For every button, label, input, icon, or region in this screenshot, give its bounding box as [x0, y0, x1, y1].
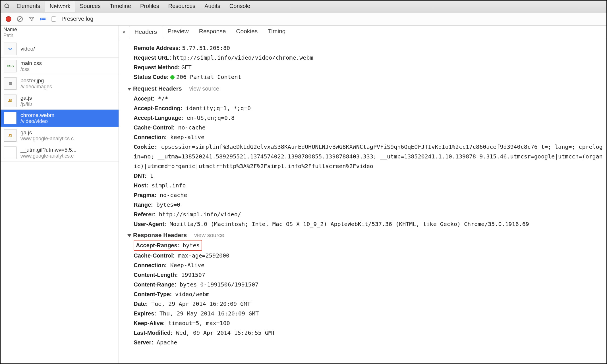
- panel-tab-console[interactable]: Console: [225, 1, 255, 12]
- status-dot-icon: [170, 75, 175, 80]
- request-row[interactable]: JSga.jswww.google-analytics.c: [1, 127, 119, 144]
- request-name: poster.jpg: [20, 78, 52, 84]
- record-icon[interactable]: [6, 16, 11, 22]
- request-name: chrome.webm: [20, 112, 54, 118]
- request-list: Name Path <>video/CSSmain.css/css▦poster…: [1, 26, 119, 363]
- view-source-link[interactable]: view source: [194, 230, 224, 240]
- file-type-icon: [4, 147, 16, 159]
- request-list-header: Name Path: [1, 26, 119, 40]
- col-path-label: Path: [3, 33, 116, 38]
- row-status-code: Status Code: 206 Partial Content: [134, 72, 604, 82]
- svg-line-3: [18, 17, 22, 21]
- header-row: Accept-Language: en-US,en;q=0.8: [134, 113, 604, 123]
- header-row: Content-Length: 1991507: [134, 270, 604, 280]
- section-request-headers[interactable]: Request Headers view source: [134, 83, 604, 94]
- file-type-icon: JS: [4, 129, 16, 142]
- request-name: __utm.gif?utmwv=5.5...: [20, 147, 76, 153]
- header-row: Content-Range: bytes 0-1991506/1991507: [134, 280, 604, 289]
- header-row: User-Agent: Mozilla/5.0 (Macintosh; Inte…: [134, 219, 604, 229]
- header-row: Cache-Control: max-age=2592000: [134, 251, 604, 260]
- header-row: Cache-Control: no-cache: [134, 123, 604, 132]
- request-row[interactable]: ▦poster.jpg/video/images: [1, 75, 119, 92]
- header-row: Keep-Alive: timeout=5, max=100: [134, 318, 604, 328]
- header-row: Connection: keep-alive: [134, 132, 604, 142]
- header-row: Content-Type: video/webm: [134, 289, 604, 299]
- detail-tab-headers[interactable]: Headers: [129, 26, 162, 38]
- header-row: Date: Tue, 29 Apr 2014 16:20:09 GMT: [134, 299, 604, 309]
- header-row: Accept: */*: [134, 94, 604, 103]
- file-type-icon: ▦: [4, 77, 16, 90]
- panel-tab-network[interactable]: Network: [45, 1, 75, 12]
- chevron-down-icon: [127, 88, 131, 91]
- detail-tab-response[interactable]: Response: [194, 26, 231, 38]
- row-request-url: Request URL: http://simpl.info/video/vid…: [134, 53, 604, 62]
- header-row: DNT: 1: [134, 171, 604, 181]
- request-name: ga.js: [20, 95, 32, 101]
- header-row: Server: Apache: [134, 338, 604, 347]
- request-path: /css: [20, 66, 42, 72]
- detail-pane: × HeadersPreviewResponseCookiesTiming Re…: [119, 26, 606, 363]
- request-name: video/: [20, 46, 35, 52]
- request-path: /video/video: [20, 118, 54, 124]
- detail-tab-preview[interactable]: Preview: [162, 26, 194, 38]
- request-name: main.css: [20, 60, 42, 66]
- file-type-icon: JS: [4, 95, 16, 107]
- content-area: Name Path <>video/CSSmain.css/css▦poster…: [1, 26, 606, 363]
- chevron-down-icon: [127, 234, 131, 237]
- header-row: Cookie: cpsession=simplinf%3aeDkLdG2elvx…: [134, 142, 604, 171]
- network-toolbar: ≔ Preserve log: [1, 12, 606, 26]
- header-row: Expires: Thu, 29 May 2014 16:20:09 GMT: [134, 309, 604, 318]
- header-row: Referer: http://simpl.info/video/: [134, 210, 604, 219]
- file-type-icon: <>: [4, 43, 16, 55]
- header-row: Accept-Encoding: identity;q=1, *;q=0: [134, 103, 604, 113]
- panel-tab-audits[interactable]: Audits: [200, 1, 225, 12]
- request-row[interactable]: chrome.webm/video/video: [1, 110, 119, 127]
- panel-tab-profiles[interactable]: Profiles: [136, 1, 164, 12]
- preserve-log-label: Preserve log: [61, 16, 93, 22]
- detail-tab-cookies[interactable]: Cookies: [231, 26, 263, 38]
- filter-icon[interactable]: [28, 16, 35, 22]
- file-type-icon: [4, 112, 16, 124]
- panels-tab-bar: ElementsNetworkSourcesTimelineProfilesRe…: [1, 1, 606, 12]
- panel-tab-resources[interactable]: Resources: [164, 1, 200, 12]
- header-row: Connection: Keep-Alive: [134, 260, 604, 270]
- header-row: Pragma: no-cache: [134, 190, 604, 200]
- header-row: Host: simpl.info: [134, 181, 604, 190]
- request-row[interactable]: <>video/: [1, 40, 119, 58]
- col-name-label: Name: [3, 27, 116, 33]
- svg-point-0: [5, 4, 9, 8]
- header-row: Range: bytes=0-: [134, 200, 604, 210]
- row-request-method: Request Method: GET: [134, 62, 604, 72]
- detail-tabs: × HeadersPreviewResponseCookiesTiming: [119, 26, 606, 38]
- close-icon[interactable]: ×: [121, 27, 129, 38]
- file-type-icon: CSS: [4, 60, 16, 72]
- svg-line-1: [8, 7, 9, 9]
- request-row[interactable]: JSga.js/js/lib: [1, 92, 119, 110]
- overview-icon[interactable]: ≔: [40, 15, 46, 23]
- request-path: www.google-analytics.c: [20, 153, 76, 159]
- detail-tab-timing[interactable]: Timing: [263, 26, 291, 38]
- clear-icon[interactable]: [16, 16, 23, 22]
- preserve-log-checkbox[interactable]: [51, 16, 56, 22]
- request-row[interactable]: __utm.gif?utmwv=5.5...www.google-analyti…: [1, 144, 119, 162]
- request-row[interactable]: CSSmain.css/css: [1, 58, 119, 75]
- search-icon[interactable]: [2, 2, 12, 11]
- panel-tab-elements[interactable]: Elements: [12, 1, 45, 12]
- panel-tab-sources[interactable]: Sources: [75, 1, 105, 12]
- panel-tab-timeline[interactable]: Timeline: [105, 1, 136, 12]
- view-source-link[interactable]: view source: [189, 84, 219, 93]
- request-path: www.google-analytics.c: [20, 136, 74, 142]
- request-path: /video/images: [20, 84, 52, 90]
- row-remote-address: Remote Address: 5.77.51.205:80: [134, 43, 604, 53]
- request-name: ga.js: [20, 129, 74, 136]
- headers-pane: Remote Address: 5.77.51.205:80 Request U…: [119, 38, 606, 359]
- section-response-headers[interactable]: Response Headers view source: [134, 230, 604, 240]
- header-row: Last-Modified: Wed, 09 Apr 2014 15:26:55…: [134, 328, 604, 338]
- header-row: Accept-Ranges: bytes: [134, 240, 604, 251]
- request-path: /js/lib: [20, 101, 32, 107]
